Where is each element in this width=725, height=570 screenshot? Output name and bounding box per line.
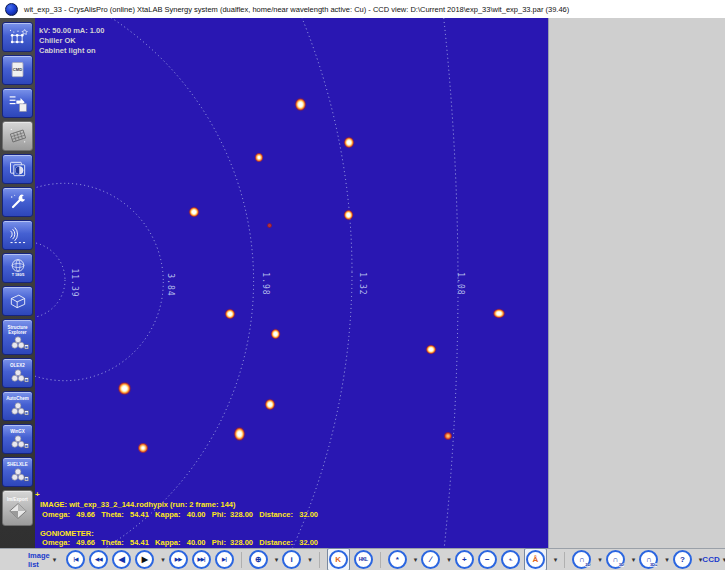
peak-profile-3d-plus-sub-label: 3D+ xyxy=(650,563,657,567)
sidebar-item-wingx[interactable]: WinGX xyxy=(2,424,33,454)
fast-backward-button[interactable]: ◀◀ xyxy=(89,550,108,569)
molecule-icon xyxy=(7,434,29,449)
ring-resolution-label: 1.08 xyxy=(456,272,465,295)
hkl-mode-button[interactable]: HKL xyxy=(354,550,373,569)
zoom-in-button[interactable]: + xyxy=(455,550,474,569)
lattice-icon xyxy=(8,27,28,47)
fast-forward-button[interactable]: ▶▶| xyxy=(192,550,211,569)
kappa-mode-button[interactable]: K xyxy=(329,550,348,569)
molecule-icon xyxy=(7,467,29,482)
angstrom-rings-pressed-frame: Å xyxy=(524,548,547,570)
image-frames-icon xyxy=(8,159,28,179)
ccd-mode-dropdown[interactable]: CCD ▾ xyxy=(702,555,725,564)
edit-pen-button[interactable]: ∕ xyxy=(421,550,440,569)
run-list-icon xyxy=(8,93,28,113)
step-backward-button[interactable]: ◀ xyxy=(112,550,131,569)
sidebar-item-lattice-wizard[interactable] xyxy=(2,22,33,52)
molecule-icon xyxy=(7,335,29,350)
zoom-out-button[interactable]: − xyxy=(478,550,497,569)
resolution-ring xyxy=(35,242,65,318)
svg-text:T 180/5: T 180/5 xyxy=(11,273,24,277)
angstrom-rings-dropdown-caret[interactable]: ▾ xyxy=(554,556,558,564)
diffraction-spot xyxy=(254,152,264,163)
diffraction-spot xyxy=(264,398,276,411)
sidebar-item-tools[interactable] xyxy=(2,187,33,217)
goto-first-icon: |◀ xyxy=(74,557,78,562)
right-background-panel xyxy=(548,18,725,548)
toolbar-separator xyxy=(241,552,242,568)
window-title: wit_exp_33 - CrysAlisPro (online) XtaLAB… xyxy=(24,5,569,14)
intensity-scale-icon: * xyxy=(396,556,399,564)
diffraction-spot xyxy=(233,426,246,442)
sidebar-item-edit-runs[interactable] xyxy=(2,88,33,118)
sidebar-item-cmd-shell[interactable]: CMD xyxy=(2,55,33,85)
play-button[interactable]: ▶ xyxy=(135,550,154,569)
diffraction-spot xyxy=(270,328,281,340)
goto-last-button[interactable]: ▶| xyxy=(215,550,234,569)
step-backward-icon: ◀ xyxy=(119,556,125,564)
play-dropdown-caret[interactable]: ▾ xyxy=(161,556,165,564)
diffraction-spot xyxy=(188,206,200,218)
info-cursor-dropdown-caret[interactable]: ▾ xyxy=(308,556,312,564)
sidebar-item-image-viewer[interactable] xyxy=(2,154,33,184)
zoom-fit-button[interactable]: +. xyxy=(501,550,520,569)
edit-pen-dropdown-caret[interactable]: ▾ xyxy=(447,556,451,564)
fast-forward-icon: ▶▶| xyxy=(197,557,205,562)
peak-profile-3d-plus-dropdown-caret[interactable]: ▾ xyxy=(665,556,669,564)
ring-resolution-label: 1.98 xyxy=(261,272,270,295)
diffraction-spot xyxy=(425,344,437,355)
sidebar-item-shelxle[interactable]: SHELXLE xyxy=(2,457,33,487)
sidebar: CMD xyxy=(0,18,35,548)
generator-status: kV: 50.00 mA: 1.00 Chiller OK Cabinet li… xyxy=(39,26,104,56)
diffraction-spot xyxy=(492,308,506,319)
ring-resolution-label: 3.84 xyxy=(166,273,175,296)
resolution-rings: 11.393.841.981.321.08 xyxy=(35,18,548,548)
sidebar-item-profile-grid[interactable] xyxy=(2,121,33,151)
info-cursor-button[interactable]: i xyxy=(282,550,301,569)
peak-profile-3d-dropdown-caret[interactable]: ▾ xyxy=(632,556,636,564)
sidebar-item-crystal-3d[interactable] xyxy=(2,286,33,316)
peak-profile-2d-icon: ∩ xyxy=(579,556,585,564)
sidebar-item-sphere-strategy[interactable]: T 180/5 xyxy=(2,253,33,283)
resolution-ring xyxy=(35,18,458,548)
ccd-detector-view[interactable]: 11.393.841.981.321.08 kV: 50.00 mA: 1.00… xyxy=(35,18,548,548)
resolution-ring xyxy=(35,18,352,548)
zoom-select-icon: ⊕ xyxy=(255,556,262,564)
sidebar-item-olex2[interactable]: OLEX2 xyxy=(2,358,33,388)
peak-profile-2d-button[interactable]: ∩2D xyxy=(572,550,591,569)
peak-profile-3d-button[interactable]: ∩3D xyxy=(606,550,625,569)
prism-icon xyxy=(8,291,28,311)
diffraction-spot xyxy=(224,308,236,320)
intensity-scale-dropdown-caret[interactable]: ▾ xyxy=(414,556,418,564)
zoom-select-button[interactable]: ⊕ xyxy=(249,550,268,569)
peak-profile-3d-plus-button[interactable]: ∩3D+ xyxy=(639,550,658,569)
resolution-ring xyxy=(35,18,254,548)
title-bar: wit_exp_33 - CrysAlisPro (online) XtaLAB… xyxy=(0,0,725,19)
sidebar-item-im-export[interactable]: Im/Export xyxy=(2,490,33,526)
sphere-icon: T 180/5 xyxy=(7,258,29,278)
sidebar-item-autochem[interactable]: AutoChem xyxy=(2,391,33,421)
app-icon xyxy=(5,3,18,16)
intensity-scale-button[interactable]: * xyxy=(388,550,407,569)
sidebar-item-powder-arcs[interactable] xyxy=(2,220,33,250)
diffraction-spot xyxy=(443,431,453,441)
goto-first-button[interactable]: |◀ xyxy=(66,550,85,569)
ccd-label: CCD xyxy=(702,555,719,564)
image-list-dropdown[interactable]: Image list ▾ xyxy=(28,551,56,569)
diffraction-spot xyxy=(343,136,355,149)
help-button[interactable]: ? xyxy=(673,550,692,569)
angstrom-rings-button[interactable]: Å xyxy=(526,550,545,569)
im-export-icon xyxy=(8,502,28,520)
step-forward-icon: ▶▶ xyxy=(175,557,182,562)
angstrom-rings-icon: Å xyxy=(532,556,538,564)
peak-profile-2d-sub-label: 2D xyxy=(585,563,590,567)
peak-profile-3d-icon: ∩ xyxy=(612,556,618,564)
play-icon: ▶ xyxy=(142,556,148,564)
step-forward-button[interactable]: ▶▶ xyxy=(169,550,188,569)
zoom-select-dropdown-caret[interactable]: ▾ xyxy=(275,556,279,564)
peak-profile-2d-dropdown-caret[interactable]: ▾ xyxy=(598,556,602,564)
toolbar-separator xyxy=(319,552,320,568)
sidebar-item-structure-explorer[interactable]: Structure Explorer xyxy=(2,319,33,355)
image-list-label: Image list xyxy=(28,551,50,569)
edit-pen-icon: ∕ xyxy=(430,556,431,564)
